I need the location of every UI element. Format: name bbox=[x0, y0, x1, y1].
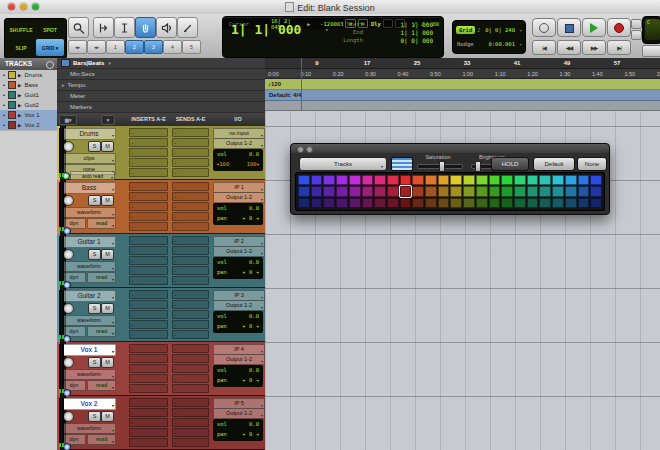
send-slot[interactable]: ▪ bbox=[172, 344, 209, 353]
palette-titlebar[interactable] bbox=[291, 144, 609, 153]
nudge-value[interactable]: 0:00.001 bbox=[489, 41, 516, 47]
send-slot[interactable]: ▪ bbox=[172, 212, 209, 221]
track-color-chip[interactable] bbox=[8, 111, 16, 119]
palette-swatch[interactable] bbox=[336, 198, 348, 208]
send-slot[interactable]: ▪ bbox=[172, 158, 209, 167]
zoom-button-5[interactable]: 3 bbox=[144, 40, 163, 54]
start-value[interactable]: 1| 1| 000 bbox=[373, 21, 433, 28]
insert-slot[interactable]: ▪ bbox=[129, 408, 168, 417]
solo-button[interactable]: S bbox=[88, 195, 101, 206]
palette-swatch[interactable] bbox=[501, 186, 513, 196]
go-to-end-button[interactable]: ▶| bbox=[607, 40, 631, 55]
fast-forward-button[interactable]: ▶▶ bbox=[582, 40, 606, 55]
insert-slot[interactable]: ▪ bbox=[129, 300, 168, 309]
track-header-drums[interactable]: Drums▾SMclips▾none▾auto read▾▪▪▪▪▪▪▪▪▪▪n… bbox=[57, 126, 265, 180]
insert-slot[interactable]: ▪ bbox=[129, 192, 168, 201]
palette-swatch[interactable] bbox=[349, 198, 361, 208]
palette-swatch[interactable] bbox=[489, 198, 501, 208]
ruler-dropdown-icon[interactable]: ▾ bbox=[108, 61, 110, 66]
send-slot[interactable]: ▪ bbox=[172, 408, 209, 417]
tempo-ruler[interactable]: ♪120 bbox=[265, 79, 660, 90]
palette-swatch[interactable] bbox=[400, 175, 412, 185]
send-slot[interactable]: ▪ bbox=[172, 202, 209, 211]
mute-button[interactable]: M bbox=[101, 249, 114, 260]
send-slot[interactable]: ▪ bbox=[172, 320, 209, 329]
insert-slot[interactable]: ▪ bbox=[129, 256, 168, 265]
grid-value[interactable]: 0| 0| 240 bbox=[485, 27, 515, 33]
send-slot[interactable]: ▪ bbox=[172, 246, 209, 255]
insert-slot[interactable]: ▪ bbox=[129, 384, 168, 393]
trimmer-tool-button[interactable] bbox=[93, 17, 114, 38]
track-view-selector[interactable]: waveform▾ bbox=[62, 315, 116, 326]
volume-value[interactable]: 0.0 bbox=[249, 151, 259, 157]
track-list-item[interactable]: •▶Vox 2 bbox=[0, 120, 57, 131]
send-slot[interactable]: ▪ bbox=[172, 192, 209, 201]
palette-swatch[interactable] bbox=[539, 186, 551, 196]
send-slot[interactable]: ▪ bbox=[172, 330, 209, 339]
track-show-dot[interactable]: • bbox=[3, 72, 5, 78]
stop-button[interactable] bbox=[557, 18, 581, 37]
palette-swatch[interactable] bbox=[349, 186, 361, 196]
edit-mode-shuffle[interactable]: SHUFFLE bbox=[7, 21, 35, 38]
record-enable-button[interactable] bbox=[63, 411, 74, 422]
ruler-label-bars-beats[interactable]: Bars|Beats▾ bbox=[57, 58, 265, 69]
mute-button[interactable]: M bbox=[101, 195, 114, 206]
track-color-chip[interactable] bbox=[8, 101, 16, 109]
pencil-tool-button[interactable] bbox=[177, 17, 198, 38]
insert-slot[interactable]: ▪ bbox=[129, 438, 168, 447]
record-enable-button[interactable] bbox=[63, 357, 74, 368]
grabber-tool-button[interactable] bbox=[135, 17, 156, 38]
palette-swatch[interactable] bbox=[565, 186, 577, 196]
palette-swatch[interactable] bbox=[463, 186, 475, 196]
palette-swatch[interactable] bbox=[425, 186, 437, 196]
nudge-dropdown-icon[interactable]: ▾ bbox=[519, 42, 522, 47]
palette-swatch[interactable] bbox=[362, 198, 374, 208]
palette-swatch[interactable] bbox=[578, 186, 590, 196]
palette-swatch[interactable] bbox=[565, 198, 577, 208]
output-selector[interactable]: Output 1-2▾ bbox=[213, 246, 265, 257]
send-slot[interactable]: ▪ bbox=[172, 222, 209, 231]
palette-swatch[interactable] bbox=[374, 186, 386, 196]
volume-pan-display[interactable]: vol0.0pan▸ 0 ◂ bbox=[213, 419, 263, 441]
inserts-column-header[interactable]: INSERTS A-E bbox=[127, 116, 170, 122]
insert-slot[interactable]: ▪ bbox=[129, 320, 168, 329]
send-slot[interactable]: ▪ bbox=[172, 438, 209, 447]
palette-swatch[interactable] bbox=[578, 198, 590, 208]
volume-pan-display[interactable]: vol0.0pan▸ 0 ◂ bbox=[213, 257, 263, 279]
palette-target-dropdown[interactable]: Tracks▾ bbox=[299, 157, 387, 171]
palette-swatch[interactable] bbox=[311, 175, 323, 185]
track-height-selector[interactable]: ▦▾ bbox=[59, 115, 77, 125]
edit-mode-slip[interactable]: SLIP bbox=[7, 39, 35, 56]
insert-slot[interactable]: ▪ bbox=[129, 182, 168, 191]
palette-swatch[interactable] bbox=[425, 175, 437, 185]
track-name-dropdown-icon[interactable]: ▾ bbox=[112, 347, 114, 357]
palette-swatch[interactable] bbox=[336, 186, 348, 196]
ruler-label-meter[interactable]: Meter bbox=[57, 91, 265, 102]
track-view-selector[interactable]: waveform▾ bbox=[62, 423, 116, 434]
track-view-selector[interactable]: ▾ bbox=[101, 115, 115, 125]
output-selector[interactable]: Output 1-2▾ bbox=[213, 354, 265, 365]
send-slot[interactable]: ▪ bbox=[172, 148, 209, 157]
track-name-box[interactable]: Drums▾ bbox=[62, 128, 116, 140]
hold-button[interactable]: HOLD bbox=[491, 157, 529, 171]
volume-value[interactable]: 0.0 bbox=[249, 367, 259, 373]
palette-swatch[interactable] bbox=[476, 186, 488, 196]
palette-swatch[interactable] bbox=[450, 175, 462, 185]
track-view-selector[interactable]: waveform▾ bbox=[62, 207, 116, 218]
send-slot[interactable]: ▪ bbox=[172, 300, 209, 309]
palette-swatch[interactable] bbox=[539, 198, 551, 208]
palette-swatch[interactable] bbox=[514, 175, 526, 185]
palette-swatch[interactable] bbox=[298, 175, 310, 185]
pan-value[interactable]: ▸ 0 ◂ bbox=[242, 377, 259, 383]
record-enable-button[interactable] bbox=[63, 303, 74, 314]
ruler-label-markers[interactable]: Markers bbox=[57, 102, 265, 113]
send-slot[interactable]: ▪ bbox=[172, 354, 209, 363]
insert-slot[interactable]: ▪ bbox=[129, 428, 168, 437]
volume-pan-display[interactable]: vol0.0pan▸ 0 ◂ bbox=[213, 311, 263, 333]
play-button[interactable] bbox=[582, 18, 606, 37]
send-slot[interactable]: ▪ bbox=[172, 138, 209, 147]
elastic-audio-icon[interactable] bbox=[63, 443, 71, 450]
palette-swatch[interactable] bbox=[412, 198, 424, 208]
tempo-marker[interactable]: ♪120 bbox=[268, 81, 281, 87]
palette-swatch[interactable] bbox=[323, 186, 335, 196]
